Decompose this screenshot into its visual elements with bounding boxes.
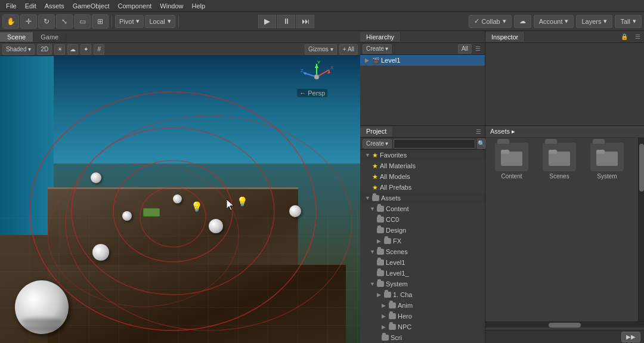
large-sphere <box>15 280 69 334</box>
cha-folder-icon <box>384 292 391 298</box>
hero-arrow: ▶ <box>382 313 389 319</box>
step-button[interactable]: ⏭ <box>296 15 314 28</box>
layout-label: Tall <box>620 18 630 25</box>
inspector-lock-icon[interactable]: 🔒 <box>617 33 631 40</box>
lighting-btn[interactable]: ☀ <box>54 44 65 55</box>
fav-all-models[interactable]: ★ All Models <box>360 171 485 182</box>
tab-project[interactable]: Project <box>360 126 392 137</box>
level1-folder-icon <box>377 259 384 265</box>
grid-btn[interactable]: # <box>94 44 104 55</box>
play-button[interactable]: ▶ <box>258 15 276 28</box>
assets-scrollbar-thumb[interactable] <box>639 144 644 191</box>
h-scrollbar[interactable] <box>485 322 644 327</box>
svg-text:X: X <box>330 65 333 70</box>
layers-button[interactable]: Layers ▾ <box>576 15 612 28</box>
tab-hierarchy[interactable]: Hierarchy <box>360 32 401 42</box>
panels-top: Hierarchy Create ▾ All ☰ ▶ � <box>360 31 644 126</box>
layers-chevron: ▾ <box>603 17 607 25</box>
shaded-label: Shaded <box>6 46 26 52</box>
pause-button[interactable]: ⏸ <box>277 15 295 28</box>
inspector-options[interactable]: ☰ <box>631 33 644 40</box>
asset-level1b[interactable]: Level1_ <box>360 268 485 279</box>
tab-scene[interactable]: Scene <box>0 32 33 42</box>
tab-game[interactable]: Game <box>33 32 66 42</box>
menu-gameobject[interactable]: GameObject <box>69 1 113 11</box>
fav-all-materials[interactable]: ★ All Materials <box>360 160 485 171</box>
layout-button[interactable]: Tall ▾ <box>615 15 642 28</box>
assets-arrow: ▼ <box>365 195 372 201</box>
folder-scenes[interactable]: Scenes <box>538 143 581 180</box>
bottom-play-btn[interactable]: ▶▶ <box>621 332 640 342</box>
fav-all-prefabs[interactable]: ★ All Prefabs <box>360 182 485 193</box>
asset-hero[interactable]: ▶ Hero <box>360 311 485 322</box>
menu-window[interactable]: Window <box>156 1 187 11</box>
inspector-tab-bar: Inspector 🔒 ☰ <box>485 31 644 43</box>
pivot-dropdown[interactable]: Pivot ▾ <box>115 15 144 28</box>
level1b-label: Level1_ <box>386 270 409 277</box>
tool-move[interactable]: ✛ <box>20 14 37 29</box>
svg-text:Z: Z <box>301 68 304 73</box>
asset-npc[interactable]: ▶ NPC <box>360 322 485 332</box>
folder-system[interactable]: System <box>586 143 628 180</box>
viewport[interactable]: 💡 💡 <box>0 56 360 343</box>
asset-level1[interactable]: Level1 <box>360 257 485 268</box>
asset-anim[interactable]: ▶ Anim <box>360 300 485 311</box>
hierarchy-options[interactable]: ☰ <box>473 45 482 52</box>
menu-assets[interactable]: Assets <box>41 1 68 11</box>
hierarchy-all-btn[interactable]: All <box>458 44 472 54</box>
asset-folders-grid: Content Scenes <box>485 138 638 322</box>
scri-label: Scri <box>391 334 402 341</box>
account-button[interactable]: Account ▾ <box>534 15 574 28</box>
project-options[interactable]: ☰ <box>472 128 485 135</box>
assets-tree-header[interactable]: ▼ Assets <box>360 193 485 203</box>
sphere-4 <box>289 205 301 217</box>
hierarchy-item-level1[interactable]: ▶ 🎬 Level1 <box>360 55 485 66</box>
twod-button[interactable]: 2D <box>37 44 52 55</box>
asset-1cha[interactable]: ▶ 1. Cha <box>360 289 485 300</box>
shaded-dropdown[interactable]: Shaded ▾ <box>2 44 35 55</box>
asset-system[interactable]: ▼ System <box>360 279 485 289</box>
inspector-content <box>485 43 644 125</box>
assets-header-label: Assets ▸ <box>490 128 515 135</box>
project-create-btn[interactable]: Create ▾ <box>363 139 392 149</box>
asset-fx[interactable]: ▶ FX <box>360 236 485 246</box>
menu-file[interactable]: File <box>2 1 20 11</box>
menu-edit[interactable]: Edit <box>21 1 40 11</box>
asset-design[interactable]: Design <box>360 225 485 236</box>
layout-chevron: ▾ <box>633 17 636 25</box>
skybox-btn[interactable]: ☁ <box>67 44 78 55</box>
fx-btn[interactable]: ✦ <box>80 44 91 55</box>
sphere-3 <box>122 211 132 221</box>
proj-search-icon[interactable]: 🔍 <box>477 138 485 149</box>
menu-help[interactable]: Help <box>188 1 209 11</box>
bottom-play-icon: ▶▶ <box>626 333 636 340</box>
pivot-chevron: ▾ <box>136 17 140 25</box>
tool-hand[interactable]: ✋ <box>2 14 19 29</box>
assets-scrollbar[interactable] <box>638 138 644 322</box>
hierarchy-create-btn[interactable]: Create ▾ <box>363 44 392 54</box>
svg-point-16 <box>314 75 319 79</box>
asset-scenes[interactable]: ▼ Scenes <box>360 246 485 257</box>
menu-component[interactable]: Component <box>114 1 155 11</box>
tool-transform[interactable]: ⊞ <box>92 14 109 29</box>
h-scrollbar-thumb[interactable] <box>549 323 580 327</box>
asset-cc0[interactable]: CC0 <box>360 214 485 225</box>
cloud-button[interactable]: ☁ <box>514 15 531 28</box>
tool-rotate[interactable]: ↻ <box>38 14 55 29</box>
all-dropdown[interactable]: + All <box>339 44 358 55</box>
tool-rect[interactable]: ▭ <box>74 14 91 29</box>
system-label: System <box>386 280 408 288</box>
folder-content[interactable]: Content <box>490 143 533 180</box>
gizmos-dropdown[interactable]: Gizmos ▾ <box>305 44 337 55</box>
local-dropdown[interactable]: Local ▾ <box>145 15 175 28</box>
asset-content[interactable]: ▼ Content <box>360 203 485 214</box>
collab-label: Collab <box>482 18 500 25</box>
favorites-header[interactable]: ▼ ★ Favorites <box>360 150 485 160</box>
asset-scri[interactable]: Scri <box>360 332 485 343</box>
svg-rect-22 <box>596 150 605 154</box>
tab-inspector[interactable]: Inspector <box>485 32 525 42</box>
svg-text:Y: Y <box>317 61 321 65</box>
tool-scale[interactable]: ⤡ <box>56 14 73 29</box>
collab-button[interactable]: ✓ Collab ▾ <box>469 15 512 28</box>
project-search-input[interactable] <box>394 139 475 149</box>
